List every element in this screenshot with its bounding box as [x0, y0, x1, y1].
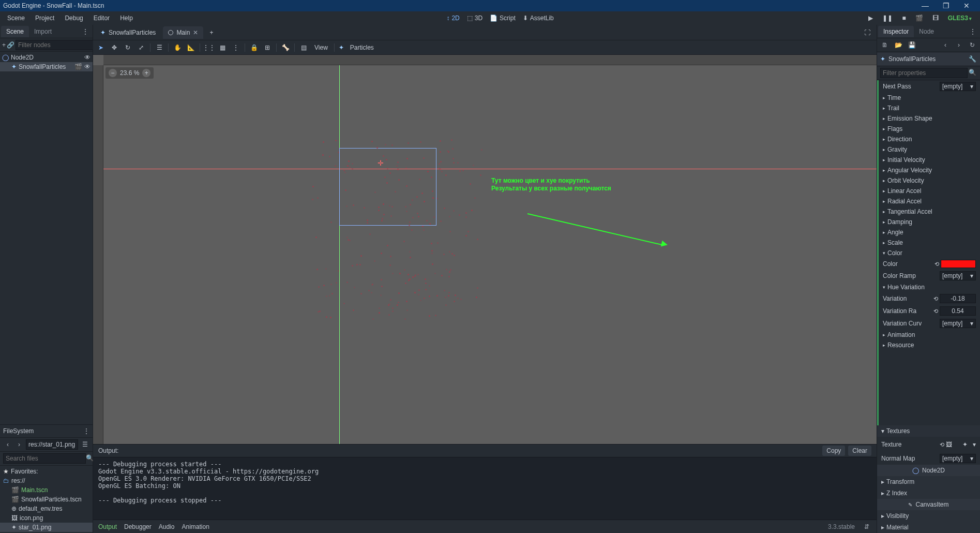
- section-visibility[interactable]: ▸Visibility: [877, 510, 980, 522]
- workspace-script[interactable]: 📄Script: [490, 14, 516, 22]
- open-scene-icon[interactable]: 🎬: [74, 63, 82, 70]
- tool-menu-icon[interactable]: 🔧: [968, 54, 977, 64]
- fs-file[interactable]: ✦star_01.png: [0, 523, 93, 532]
- snap-options-icon[interactable]: ⋮: [231, 43, 240, 52]
- play-custom-button[interactable]: 🎞: [930, 13, 941, 23]
- prop-texture[interactable]: Texture ⟲ 🖼 ✦ ▾: [877, 437, 980, 452]
- revert-icon[interactable]: ⟲: [932, 308, 940, 315]
- new-resource-button[interactable]: 🗎: [880, 40, 889, 50]
- group-hue[interactable]: ▾Hue Variation: [879, 282, 980, 292]
- stop-button[interactable]: ■: [900, 13, 908, 23]
- close-tab-icon[interactable]: ✕: [193, 29, 198, 36]
- class-node2d[interactable]: ◯Node2D: [877, 465, 980, 476]
- prop-color[interactable]: Color ⟲: [879, 258, 980, 270]
- dock-menu-icon[interactable]: ⋮: [79, 28, 92, 35]
- group-color[interactable]: ▾Color: [879, 248, 980, 258]
- group-trail[interactable]: ▸Trail: [879, 103, 980, 113]
- group-icon[interactable]: ⊞: [263, 43, 272, 52]
- group-initial-velocity[interactable]: ▸Initial Velocity: [879, 155, 980, 165]
- prop-variation[interactable]: Variation ⟲ -0.18: [879, 292, 980, 305]
- nav-fwd-button[interactable]: ›: [14, 440, 24, 449]
- fs-file[interactable]: 🎬Main.tscn: [0, 485, 93, 495]
- section-transform[interactable]: ▸Transform: [877, 476, 980, 487]
- section-textures[interactable]: ▾Textures: [877, 425, 980, 437]
- tab-animation[interactable]: Animation: [182, 523, 209, 530]
- bone-icon[interactable]: 🦴: [281, 43, 290, 52]
- texture-star-icon[interactable]: ✦: [962, 441, 968, 448]
- visibility-icon[interactable]: 👁: [84, 63, 91, 70]
- prop-next-pass[interactable]: Next Pass [empty]▾: [879, 80, 980, 93]
- section-material[interactable]: ▸Material: [877, 522, 980, 533]
- menu-editor[interactable]: Editor: [88, 12, 115, 24]
- group-gravity[interactable]: ▸Gravity: [879, 144, 980, 155]
- zoom-in-button[interactable]: +: [142, 69, 150, 77]
- particles-menu[interactable]: Particles: [348, 43, 376, 52]
- layers-icon[interactable]: ▤: [299, 43, 308, 52]
- new-tab-button[interactable]: +: [205, 27, 217, 38]
- tab-output[interactable]: Output: [98, 523, 117, 530]
- tab-node[interactable]: Node: [914, 26, 939, 37]
- class-canvasitem[interactable]: ✎CanvasItem: [877, 499, 980, 510]
- select-tool[interactable]: ➤: [96, 43, 105, 52]
- group-flags[interactable]: ▸Flags: [879, 124, 980, 134]
- play-scene-button[interactable]: 🎬: [913, 13, 925, 23]
- minimize-button[interactable]: —: [915, 2, 936, 10]
- scene-tab-main[interactable]: Main✕: [163, 26, 203, 39]
- prop-variation-random[interactable]: Variation Ra ⟲ 0.54: [879, 305, 980, 317]
- revert-icon[interactable]: ⟲: [938, 441, 946, 448]
- add-node-button[interactable]: +: [2, 40, 6, 50]
- menu-scene[interactable]: Scene: [2, 12, 30, 24]
- texture-preview-icon[interactable]: 🖼: [946, 441, 952, 448]
- group-linear-accel[interactable]: ▸Linear Accel: [879, 186, 980, 196]
- group-scale[interactable]: ▸Scale: [879, 238, 980, 248]
- rotate-tool[interactable]: ↻: [123, 43, 132, 52]
- group-damping[interactable]: ▸Damping: [879, 217, 980, 227]
- workspace-assetlib[interactable]: ⬇AssetLib: [523, 14, 554, 22]
- pause-button[interactable]: ❚❚: [880, 13, 895, 23]
- scale-tool[interactable]: ⤢: [137, 43, 146, 52]
- selection-rect[interactable]: [339, 148, 436, 226]
- group-direction[interactable]: ▸Direction: [879, 134, 980, 144]
- snap-pixel-icon[interactable]: ⋮⋮: [204, 43, 214, 52]
- bottom-panel-toggle[interactable]: ⇵: [862, 522, 871, 531]
- color-swatch[interactable]: [941, 260, 976, 268]
- tab-audio[interactable]: Audio: [159, 523, 175, 530]
- tab-debugger[interactable]: Debugger: [124, 523, 152, 530]
- view-menu[interactable]: View: [312, 43, 330, 52]
- group-tangential-accel[interactable]: ▸Tangential Accel: [879, 206, 980, 217]
- dock-menu-icon[interactable]: ⋮: [83, 427, 89, 435]
- menu-help[interactable]: Help: [115, 12, 138, 24]
- tab-import[interactable]: Import: [29, 26, 57, 37]
- menu-debug[interactable]: Debug: [59, 12, 88, 24]
- tab-scene[interactable]: Scene: [1, 26, 29, 37]
- close-button[interactable]: ✕: [956, 2, 977, 10]
- instance-button[interactable]: 🔗: [7, 40, 14, 50]
- move-tool[interactable]: ✥: [110, 43, 119, 52]
- group-angle[interactable]: ▸Angle: [879, 227, 980, 238]
- filter-properties-input[interactable]: [880, 68, 968, 78]
- group-emission-shape[interactable]: ▸Emission Shape: [879, 113, 980, 124]
- filter-nodes-input[interactable]: [16, 40, 98, 50]
- workspace-2d[interactable]: ↕2D: [446, 14, 459, 22]
- revert-icon[interactable]: ⟲: [933, 261, 941, 268]
- path-field[interactable]: res://star_01.png: [26, 439, 78, 450]
- prop-normal-map[interactable]: Normal Map [empty]▾: [877, 452, 980, 465]
- prop-color-ramp[interactable]: Color Ramp [empty]▾: [879, 270, 980, 282]
- favorites-label[interactable]: ★Favorites:: [0, 467, 93, 476]
- group-time[interactable]: ▸Time: [879, 93, 980, 103]
- group-resource[interactable]: ▸Resource: [879, 340, 980, 350]
- inspector-properties[interactable]: Next Pass [empty]▾ ▸Time▸Trail▸Emission …: [877, 80, 980, 425]
- revert-icon[interactable]: ⟲: [932, 295, 940, 302]
- fs-file[interactable]: 🖼icon.png: [0, 513, 93, 523]
- list-select-tool[interactable]: ☰: [155, 43, 164, 52]
- scene-tab-snowfall[interactable]: ✦SnowfallParticles: [95, 26, 161, 39]
- maximize-button[interactable]: ❐: [936, 2, 956, 10]
- group-orbit-velocity[interactable]: ▸Orbit Velocity: [879, 175, 980, 186]
- nav-back-button[interactable]: ‹: [3, 440, 12, 449]
- fs-file[interactable]: ⊕default_env.tres: [0, 504, 93, 513]
- pan-tool[interactable]: ✋: [173, 43, 182, 52]
- tab-inspector[interactable]: Inspector: [878, 26, 914, 37]
- search-files-input[interactable]: [3, 453, 86, 464]
- lock-icon[interactable]: 🔒: [249, 43, 259, 52]
- zoom-out-button[interactable]: −: [109, 69, 117, 77]
